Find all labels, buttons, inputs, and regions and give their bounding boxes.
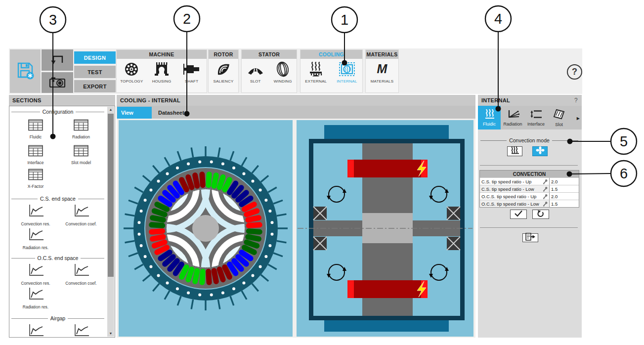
section-item-fluidic[interactable]: Fluidic [13,119,58,139]
housing-icon [153,60,170,78]
svg-text:4: 4 [494,11,502,27]
value-cell[interactable]: 1.5 [549,200,579,207]
rtab-slot[interactable]: Slot [548,106,570,129]
svg-text:1: 1 [341,12,348,28]
panel-help-icon[interactable]: ? [574,97,578,104]
fluidic-icon [483,109,496,120]
reset-button[interactable] [532,210,549,219]
interface-icon [530,109,543,120]
reset-icon [536,210,545,219]
apply-button[interactable] [510,210,527,219]
toolbar-item-materials[interactable]: M MATERIALS [366,60,398,92]
tab-datasheet[interactable]: Datasheet [154,107,189,119]
section-item-airgap-1[interactable] [13,323,58,338]
toolbar-group-materials: MATERIALS M MATERIALS [365,49,399,93]
section-item-cs-convection-res[interactable]: Convection res. [13,203,58,226]
export-mode-button[interactable]: EXPORT [74,80,116,92]
pin-icon[interactable] [543,186,549,192]
natural-convection-button[interactable] [507,146,522,156]
chart-icon [27,323,44,338]
chart-icon [27,286,44,303]
save-icon [15,60,36,83]
screenshot-button[interactable] [42,72,73,93]
help-icon[interactable]: ? [567,64,582,80]
internal-cooling-icon [338,60,356,78]
convection-table: CONVECTION C.S. tip speed ratio - Up 2.0… [479,170,579,208]
toolbar-item-winding[interactable]: WINDING [269,60,297,92]
legend-airgap: Airgap [11,315,104,322]
toolbar-item-saliency[interactable]: SALIENCY [209,60,238,92]
pin-icon[interactable] [543,194,549,199]
chart-icon [72,262,90,279]
convection-natural-icon [509,146,521,156]
toolbar-item-external[interactable]: EXTERNAL [301,60,332,92]
toolbar-group-cooling: COOLING EXTERNAL INTERNAL [300,49,363,93]
toolbar-item-shaft[interactable]: SHAFT [176,60,207,92]
motor-axial-section-view [297,120,473,337]
save-button[interactable] [10,49,41,93]
section-item-cs-convection-coef[interactable]: Convection coef. [59,203,103,226]
section-item-ocs-convection-res[interactable]: Convection res. [13,262,58,286]
rtab-interface[interactable]: Interface [525,106,547,129]
table-icon [28,169,43,182]
section-item-ocs-convection-coef[interactable]: Convection coef. [59,262,103,286]
test-mode-button[interactable]: TEST [74,66,116,78]
pin-icon[interactable] [543,201,549,207]
apply-icon [513,210,524,219]
undo-button[interactable] [42,49,73,71]
chart-icon [27,203,44,220]
table-icon [28,145,43,159]
external-cooling-icon [306,60,325,78]
scroll-up-icon[interactable]: ▲ [107,107,114,113]
scroll-down-icon[interactable]: ▼ [107,331,114,337]
undo-icon [49,52,65,68]
pin-icon[interactable] [543,179,549,184]
cooling-view-canvas [117,119,475,338]
svg-text:3: 3 [49,12,57,28]
export-icon [525,233,536,243]
rtab-radiation[interactable]: Radiation [502,106,524,129]
section-item-cs-radiation-res[interactable]: Radiation res. [13,227,58,250]
value-cell[interactable]: 2.0 [549,178,579,185]
svg-text:M: M [377,62,388,76]
toolbar-item-slot[interactable]: SLOT [242,60,269,92]
topology-icon [124,60,139,78]
scrollbar-thumb[interactable] [108,114,114,277]
main-toolbar: DESIGN TEST EXPORT MACHINE TOPOLOGY HOUS… [9,48,582,94]
toolbar-item-internal[interactable]: INTERNAL [332,60,363,92]
internal-panel-title: INTERNAL ? [478,95,582,106]
value-cell[interactable]: 2.0 [549,193,579,200]
section-item-ocs-radiation-res[interactable]: Radiation res. [13,286,58,309]
slot-icon [247,60,264,78]
toolbar-group-rotor: ROTOR SALIENCY [208,49,239,93]
tab-view[interactable]: View [117,107,152,119]
toolbar-item-housing[interactable]: HOUSING [147,60,177,92]
winding-icon [275,60,290,78]
table-row: O.C.S. tip speed ratio - Up 2.0 [480,192,579,200]
radiation-icon [507,109,519,120]
section-item-slot-model[interactable]: Slot model [59,145,103,165]
sections-panel-title: SECTIONS [9,95,115,106]
sections-scrollbar[interactable]: ▲ ▼ [107,107,114,337]
design-mode-button[interactable]: DESIGN [74,51,116,64]
export-data-button[interactable] [522,233,538,242]
more-tabs-icon[interactable]: ▶ [577,116,580,121]
toolbar-item-topology[interactable]: TOPOLOGY [117,60,147,92]
section-item-x-factor[interactable]: X-Factor [13,169,58,189]
convection-forced-icon [535,146,546,156]
value-cell[interactable]: 1.5 [549,185,579,192]
section-item-radiation[interactable]: Radiation [59,119,103,139]
motor-cross-section-view [119,120,293,337]
rtab-fluidic[interactable]: Fluidic [478,106,501,129]
main-panel-title: COOLING - INTERNAL [117,95,475,106]
toolbar-group-machine: MACHINE TOPOLOGY HOUSING SHAFT [116,49,207,93]
convection-mode-group: Convection mode [480,137,578,143]
section-item-airgap-2[interactable] [59,323,103,338]
legend-configuration: Configuration [11,108,104,115]
toolbar-group-stator: STATOR SLOT WINDING [241,49,297,93]
forced-convection-button[interactable] [532,146,548,156]
section-item-interface[interactable]: Interface [13,145,58,165]
internal-tab-bar: Fluidic Radiation Interface Slot ▶ [478,106,582,129]
chart-icon [27,262,44,279]
legend-ocs-end-space: O.C.S. end space [11,255,104,261]
